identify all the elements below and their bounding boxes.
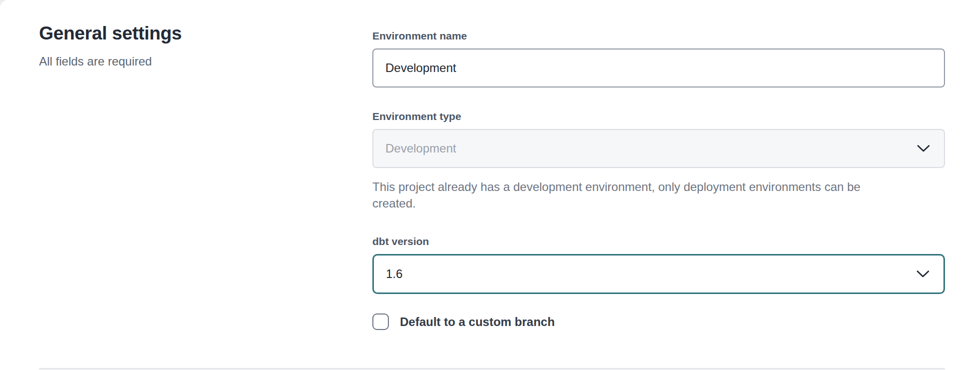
page-title: General settings [39,23,372,44]
custom-branch-label[interactable]: Default to a custom branch [400,315,555,329]
environment-name-input[interactable] [372,48,945,88]
helper-line-1: This project already has a development e… [372,178,945,195]
chevron-down-icon [916,270,929,278]
dbt-version-selected-value: 1.6 [386,267,402,281]
helper-line-2: created. [372,195,945,212]
environment-type-select: Development [372,129,945,168]
dbt-version-select[interactable]: 1.6 [372,254,945,294]
custom-branch-checkbox[interactable] [372,314,389,330]
dbt-version-label: dbt version [372,236,945,248]
environment-settings-screen: General settings All fields are required… [0,0,980,370]
environment-type-label: Environment type [372,110,945,122]
section-divider [39,368,945,370]
environment-type-helper: This project already has a development e… [372,178,945,212]
custom-branch-row[interactable]: Default to a custom branch [372,314,555,330]
general-settings-section: General settings All fields are required… [0,0,980,370]
section-intro: General settings All fields are required [39,23,372,370]
chevron-down-icon [917,145,930,152]
settings-form: Environment name Environment type Develo… [372,23,945,370]
environment-type-selected-value: Development [385,142,456,156]
settings-card: General settings All fields are required… [0,0,980,370]
environment-name-label: Environment name [372,30,945,42]
section-subtitle: All fields are required [39,54,372,68]
